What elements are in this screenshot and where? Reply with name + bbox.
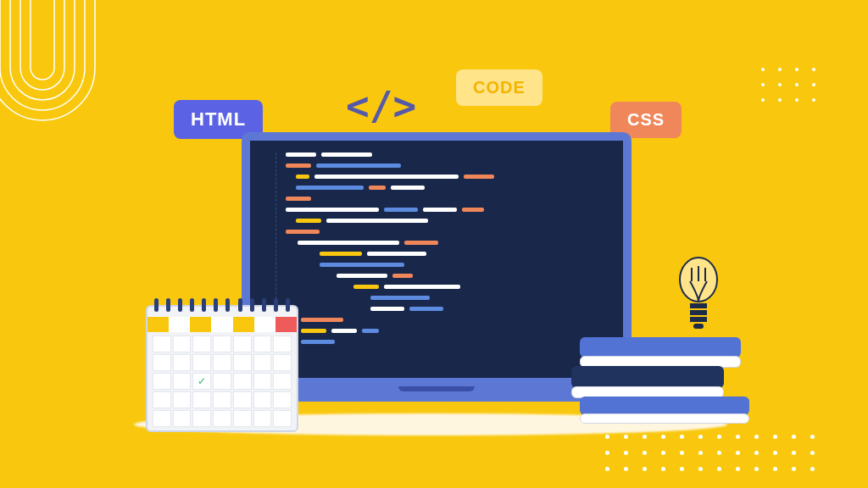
svg-rect-4 (693, 324, 704, 329)
svg-rect-3 (690, 317, 707, 322)
code-editor-lines (286, 152, 608, 344)
svg-rect-2 (690, 310, 707, 315)
code-angle-icon: </> (346, 83, 416, 129)
dot-grid-large (605, 435, 817, 471)
books-stack (571, 339, 741, 424)
code-chip: CODE (456, 69, 542, 106)
u-arches-decoration (0, 0, 153, 169)
lightbulb-icon (673, 254, 724, 339)
svg-rect-1 (690, 303, 707, 308)
calendar-illustration: ✓ (146, 305, 298, 432)
dot-grid-small (761, 68, 817, 102)
